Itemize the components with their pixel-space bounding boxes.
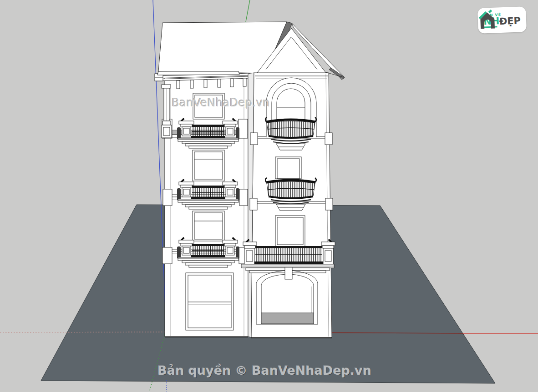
facade-watermark: BanVeNhaDep.vn (172, 96, 270, 109)
house-model (155, 22, 345, 338)
logo-main-dark-text: ĐẸP (499, 16, 521, 28)
bay-window-2nd (275, 216, 305, 246)
3d-scene (0, 0, 538, 392)
bay-window-3rd (275, 157, 301, 179)
model-viewport[interactable]: BanVeNhaDep.vn Bản quyền © BanVeNhaDep.v… (0, 0, 538, 392)
copyright-caption: Bản quyền © BanVeNhaDep.vn (157, 363, 371, 377)
storefront-window (186, 273, 233, 330)
window-3rd-floor (193, 150, 224, 181)
site-logo: BẢN VẼ NH ĐẸP (477, 6, 527, 34)
window-2nd-floor (193, 211, 224, 241)
